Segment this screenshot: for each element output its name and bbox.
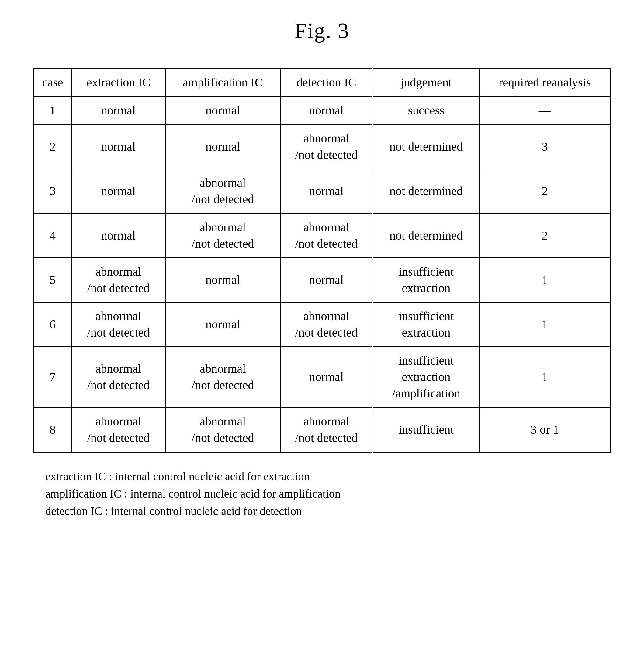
cell-detection: abnormal/not detected — [280, 125, 373, 169]
cell-judgement: insufficientextraction — [373, 258, 480, 302]
cell-amplification: normal — [165, 125, 280, 169]
header-amplification-ic: amplification IC — [165, 68, 280, 97]
cell-extraction: normal — [71, 213, 165, 258]
cell-case: 4 — [34, 213, 72, 258]
cell-judgement: not determined — [373, 213, 480, 258]
table-row: 2normalnormalabnormal/not detectednot de… — [34, 125, 611, 169]
cell-case: 1 — [34, 96, 72, 125]
cell-detection: normal — [280, 96, 373, 125]
cell-detection: abnormal/not detected — [280, 407, 373, 452]
cell-reanalysis: 3 — [479, 125, 610, 169]
cell-detection: abnormal/not detected — [280, 213, 373, 258]
table-row: 5abnormal/not detectednormalnormalinsuff… — [34, 258, 611, 302]
cell-extraction: normal — [71, 169, 165, 213]
cell-judgement: success — [373, 96, 480, 125]
cell-detection: abnormal/not detected — [280, 302, 373, 347]
cell-amplification: abnormal/not detected — [165, 407, 280, 452]
cell-judgement: insufficientextraction — [373, 302, 480, 347]
cell-case: 5 — [34, 258, 72, 302]
table-row: 7abnormal/not detectedabnormal/not detec… — [34, 347, 611, 407]
cell-extraction: normal — [71, 96, 165, 125]
cell-amplification: normal — [165, 302, 280, 347]
cell-extraction: normal — [71, 125, 165, 169]
cell-detection: normal — [280, 258, 373, 302]
header-extraction-ic: extraction IC — [71, 68, 165, 97]
footnote-2: amplification IC : internal control nucl… — [33, 485, 611, 503]
cell-reanalysis: 1 — [479, 258, 610, 302]
cell-reanalysis: — — [479, 96, 610, 125]
footnote-3: detection IC : internal control nucleic … — [33, 503, 611, 520]
cell-reanalysis: 3 or 1 — [479, 407, 610, 452]
cell-detection: normal — [280, 169, 373, 213]
cell-judgement: insufficient — [373, 407, 480, 452]
cell-reanalysis: 1 — [479, 302, 610, 347]
cell-extraction: abnormal/not detected — [71, 407, 165, 452]
cell-reanalysis: 2 — [479, 169, 610, 213]
cell-amplification: abnormal/not detected — [165, 169, 280, 213]
footnote-1: extraction IC : internal control nucleic… — [33, 468, 611, 485]
cell-reanalysis: 2 — [479, 213, 610, 258]
table-row: 3normalabnormal/not detectednormalnot de… — [34, 169, 611, 213]
header-case: case — [34, 68, 72, 97]
header-required-reanalysis: required reanalysis — [479, 68, 610, 97]
cell-case: 7 — [34, 347, 72, 407]
cell-case: 2 — [34, 125, 72, 169]
cell-amplification: normal — [165, 258, 280, 302]
cell-amplification: normal — [165, 96, 280, 125]
table-row: 8abnormal/not detectedabnormal/not detec… — [34, 407, 611, 452]
cell-judgement: not determined — [373, 125, 480, 169]
cell-detection: normal — [280, 347, 373, 407]
cell-extraction: abnormal/not detected — [71, 258, 165, 302]
cell-judgement: not determined — [373, 169, 480, 213]
header-judgement: judgement — [373, 68, 480, 97]
table-row: 4normalabnormal/not detectedabnormal/not… — [34, 213, 611, 258]
footnotes-container: extraction IC : internal control nucleic… — [33, 468, 611, 520]
cell-reanalysis: 1 — [479, 347, 610, 407]
page-title: Fig. 3 — [295, 18, 349, 44]
cell-case: 6 — [34, 302, 72, 347]
cell-extraction: abnormal/not detected — [71, 302, 165, 347]
cell-case: 3 — [34, 169, 72, 213]
cell-case: 8 — [34, 407, 72, 452]
main-table-container: case extraction IC amplification IC dete… — [33, 68, 611, 453]
header-detection-ic: detection IC — [280, 68, 373, 97]
cell-amplification: abnormal/not detected — [165, 347, 280, 407]
table-header-row: case extraction IC amplification IC dete… — [34, 68, 611, 97]
table-row: 1normalnormalnormalsuccess— — [34, 96, 611, 125]
table-row: 6abnormal/not detectednormalabnormal/not… — [34, 302, 611, 347]
results-table: case extraction IC amplification IC dete… — [33, 68, 611, 453]
cell-extraction: abnormal/not detected — [71, 347, 165, 407]
cell-judgement: insufficientextraction/amplification — [373, 347, 480, 407]
cell-amplification: abnormal/not detected — [165, 213, 280, 258]
